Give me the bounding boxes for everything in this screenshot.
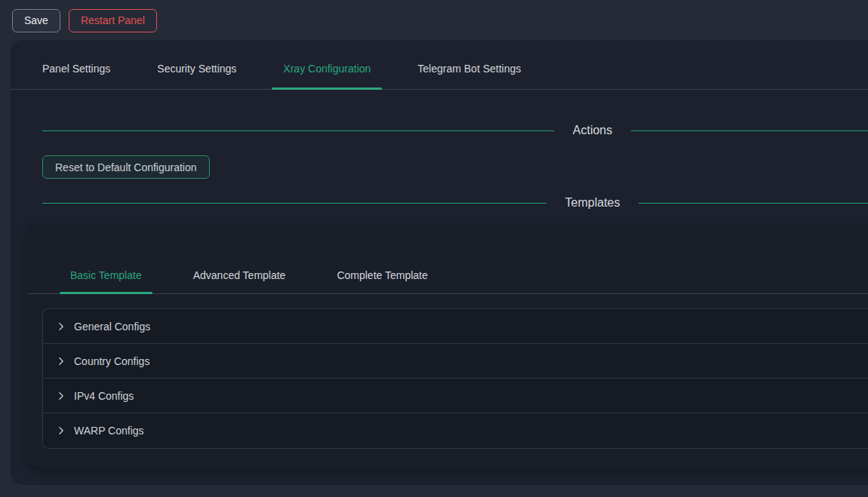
- actions-section-title: Actions: [554, 124, 631, 137]
- templates-divider: Templates: [11, 194, 868, 212]
- collapse-warp-configs[interactable]: WARP Configs: [43, 413, 868, 448]
- tab-complete-template[interactable]: Complete Template: [326, 269, 438, 293]
- save-button[interactable]: Save: [12, 9, 60, 32]
- divider-line: [639, 203, 868, 204]
- tab-advanced-template[interactable]: Advanced Template: [183, 269, 297, 293]
- templates-card: Basic Template Advanced Template Complet…: [27, 223, 868, 468]
- templates-section-title: Templates: [546, 196, 639, 210]
- reset-to-default-button[interactable]: Reset to Default Configuration: [42, 155, 210, 179]
- chevron-right-icon: [57, 357, 66, 366]
- divider-line: [631, 130, 868, 131]
- tab-security-settings[interactable]: Security Settings: [146, 63, 248, 89]
- restart-panel-button[interactable]: Restart Panel: [69, 9, 157, 32]
- collapse-label: IPv4 Configs: [74, 390, 134, 402]
- chevron-right-icon: [57, 391, 66, 400]
- chevron-right-icon: [57, 322, 66, 331]
- chevron-right-icon: [57, 426, 66, 435]
- tab-panel-settings[interactable]: Panel Settings: [31, 63, 122, 89]
- top-toolbar: Save Restart Panel: [12, 9, 157, 32]
- collapse-label: WARP Configs: [74, 425, 144, 437]
- templates-tabbar: Basic Template Advanced Template Complet…: [27, 223, 868, 294]
- settings-card: Panel Settings Security Settings Xray Co…: [11, 40, 868, 485]
- divider-line: [42, 203, 546, 204]
- tab-xray-configuration[interactable]: Xray Configuration: [272, 63, 382, 89]
- tab-basic-template[interactable]: Basic Template: [60, 269, 152, 293]
- collapse-ipv4-configs[interactable]: IPv4 Configs: [43, 379, 868, 413]
- tab-telegram-bot-settings[interactable]: Telegram Bot Settings: [406, 63, 532, 89]
- collapse-country-configs[interactable]: Country Configs: [43, 344, 868, 379]
- template-configs-collapse: General Configs Country Configs IPv4 Con…: [42, 308, 868, 449]
- settings-tabbar: Panel Settings Security Settings Xray Co…: [11, 40, 868, 90]
- divider-line: [42, 130, 554, 131]
- actions-divider: Actions: [11, 121, 868, 140]
- collapse-label: General Configs: [74, 321, 150, 333]
- collapse-general-configs[interactable]: General Configs: [43, 309, 868, 344]
- collapse-label: Country Configs: [74, 355, 149, 367]
